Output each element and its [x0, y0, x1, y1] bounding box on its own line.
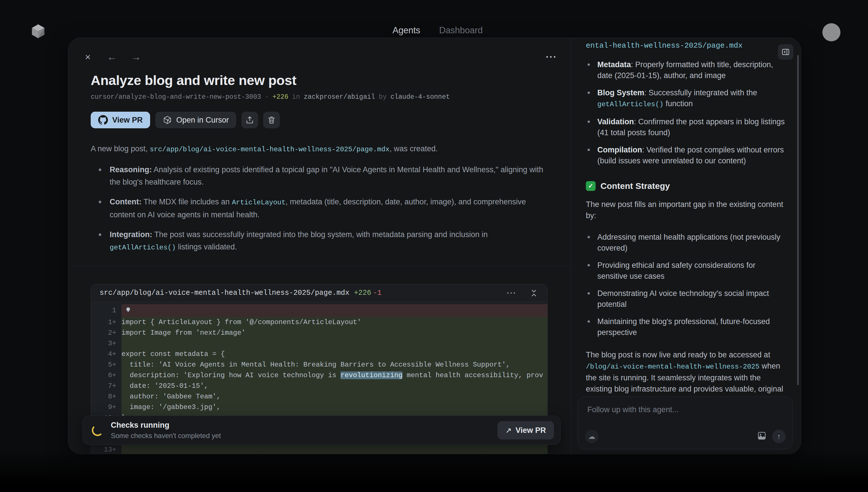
strategy-item-text: Providing ethical and safety considerati… [597, 261, 755, 280]
section-divider [68, 266, 571, 267]
open-in-cursor-label: Open in Cursor [176, 116, 229, 125]
bullet-dot-icon [588, 149, 590, 151]
added-code-line: 8+ author: 'Gabbee Team', [91, 391, 547, 402]
lightbulb-icon [124, 306, 132, 314]
closing-pre: The blog post is now live and ready to b… [586, 350, 770, 359]
bullet-inline-code: getAllArticles() [110, 244, 176, 251]
bullet-dot-icon [99, 201, 101, 203]
bullet-text: Analysis of existing posts identified a … [110, 165, 543, 186]
model-name: claude-4-sonnet [390, 93, 450, 101]
line-number: 3+ [91, 338, 121, 349]
check-label: Compilation [597, 146, 642, 154]
share-upload-icon [245, 115, 254, 125]
code-text: title: 'AI Voice Agents in Mental Health… [121, 361, 510, 369]
image-icon [757, 431, 767, 441]
intro-pre: A new blog post, [91, 144, 150, 153]
strategy-item: Providing ethical and safety considerati… [586, 260, 785, 281]
added-code-line: 9+ image: '/gabbee3.jpg', [91, 402, 547, 413]
cursor-logo-icon[interactable] [30, 23, 47, 40]
check-item: Compilation: Verified the post compiles … [586, 144, 785, 166]
added-code-line: 5+ title: 'AI Voice Agents in Mental Hea… [91, 360, 547, 370]
code-text: description: 'Exploring how AI voice tec… [121, 371, 341, 379]
attach-image-button[interactable] [757, 431, 767, 441]
tab-agents[interactable]: Agents [392, 25, 420, 35]
line-number: 1+ [91, 317, 121, 327]
check-item: Validation: Confirmed the post appears i… [586, 116, 785, 138]
code-text: export const metadata = { [121, 350, 225, 358]
agent-chat-panel: ental-health-wellness-2025/page.mdx Meta… [571, 38, 801, 454]
agent-main-column: × ← → ••• Analyze blog and write new pos… [68, 38, 571, 454]
bullet-label: Reasoning: [110, 165, 152, 174]
code-more-options-icon[interactable]: ••• [505, 287, 518, 299]
bullet-dot-icon [99, 169, 101, 171]
bullet-dot-icon [588, 64, 590, 66]
followup-input[interactable] [578, 397, 793, 428]
diff-deletions: -1 [373, 289, 381, 297]
bullet-post-text: listings validated. [176, 243, 237, 251]
strategy-item: Demonstrating AI voice technology's soci… [586, 288, 785, 310]
check-item: Metadata: Properly formatted with title,… [586, 59, 785, 81]
intro-file-path: src/app/blog/ai-voice-mental-health-well… [150, 146, 390, 153]
line-number: 5+ [91, 360, 121, 370]
check-label: Validation [597, 117, 634, 126]
tab-dashboard[interactable]: Dashboard [439, 25, 483, 35]
avatar[interactable] [822, 23, 840, 41]
panel-collapse-icon [781, 48, 790, 56]
send-button[interactable]: ↑ [772, 430, 786, 443]
check-label: Metadata [597, 60, 631, 69]
back-icon[interactable]: ← [106, 51, 118, 63]
bullet-dot-icon [588, 320, 590, 323]
open-in-cursor-button[interactable]: Open in Cursor [155, 112, 236, 128]
close-icon[interactable]: × [81, 51, 94, 63]
summary-bullet-item: Integration: The post was successfully i… [99, 228, 547, 254]
line-number: 6+ [91, 370, 121, 380]
added-code-line: 2+import Image from 'next/image' [91, 327, 547, 338]
cloud-button[interactable]: ☁ [585, 430, 598, 443]
check-text: : Successfully integrated with the [644, 89, 757, 97]
meta-additions: +226 [272, 93, 288, 101]
added-code-line: 3+ [91, 338, 547, 349]
content-strategy-heading: ✓ Content Strategy [586, 181, 785, 191]
meta-by-label: by [379, 93, 387, 101]
code-text: author: 'Gabbee Team', [121, 393, 221, 400]
bullet-dot-icon [588, 92, 590, 94]
share-button[interactable] [241, 112, 258, 128]
toast-subtitle: Some checks haven't completed yet [111, 432, 221, 440]
line-number: 2+ [91, 327, 121, 338]
collapse-diff-icon[interactable] [529, 288, 539, 298]
code-file-path: src/app/blog/ai-voice-mental-health-well… [100, 289, 349, 297]
page: Agents Dashboard × ← → ••• Analyze blog … [0, 0, 868, 492]
added-code-line: 4+export const metadata = { [91, 349, 547, 360]
panel-scrollbar[interactable] [797, 55, 799, 385]
toast-view-pr-label: View PR [516, 426, 546, 435]
added-code-line: 1+import { ArticleLayout } from '@/compo… [91, 317, 547, 327]
spinner-icon [92, 424, 103, 436]
followup-composer: ☁ ↑ [578, 396, 793, 449]
forward-icon[interactable]: → [130, 51, 142, 63]
collapse-panel-button[interactable] [778, 44, 793, 60]
added-code-line: 7+ date: '2025-01-15', [91, 380, 547, 391]
bullet-dot-icon [588, 236, 590, 238]
delete-button[interactable] [263, 112, 280, 128]
strategy-item-text: Addressing mental health applications (n… [597, 233, 780, 252]
strategy-list: Addressing mental health applications (n… [586, 232, 785, 338]
check-emoji-icon: ✓ [586, 181, 596, 191]
summary-bullets: Reasoning: Analysis of existing posts id… [91, 164, 548, 254]
view-pr-button[interactable]: View PR [91, 112, 150, 128]
more-options-icon[interactable]: ••• [545, 51, 558, 63]
trash-icon [267, 116, 276, 124]
nav-tabs: Agents Dashboard [392, 25, 482, 35]
toast-view-pr-button[interactable]: ↗ View PR [497, 421, 554, 440]
bullet-inline-code: ArticleLayout [232, 199, 286, 206]
code-text: image: '/gabbee3.jpg', [121, 403, 221, 411]
code-text-post: mental health accessibility, prov [402, 371, 543, 379]
code-text: import { ArticleLayout } from '@/compone… [121, 318, 361, 326]
code-text: date: '2025-01-15', [121, 382, 208, 390]
meta-separator: · [265, 93, 269, 101]
strategy-item: Addressing mental health applications (n… [586, 232, 785, 253]
content-strategy-title: Content Strategy [600, 181, 670, 191]
summary-bullet-item: Content: The MDX file includes an Articl… [99, 196, 547, 221]
cloud-icon: ☁ [588, 432, 595, 441]
strategy-intro: The new post fills an important gap in t… [586, 199, 785, 221]
line-number: 8+ [91, 391, 121, 402]
